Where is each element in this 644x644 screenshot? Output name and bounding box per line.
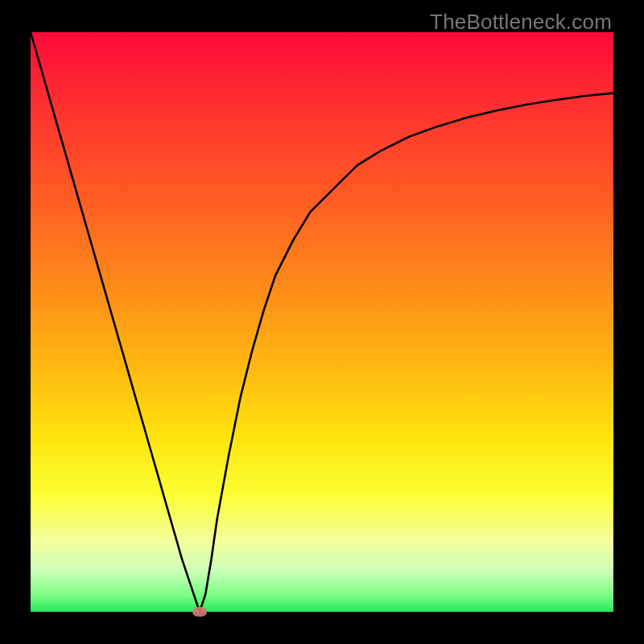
bottleneck-curve (31, 32, 613, 612)
curve-svg (31, 32, 613, 612)
minimum-marker (192, 607, 207, 617)
plot-area (31, 32, 613, 612)
chart-frame: TheBottleneck.com (0, 0, 644, 644)
watermark-text: TheBottleneck.com (430, 10, 612, 35)
